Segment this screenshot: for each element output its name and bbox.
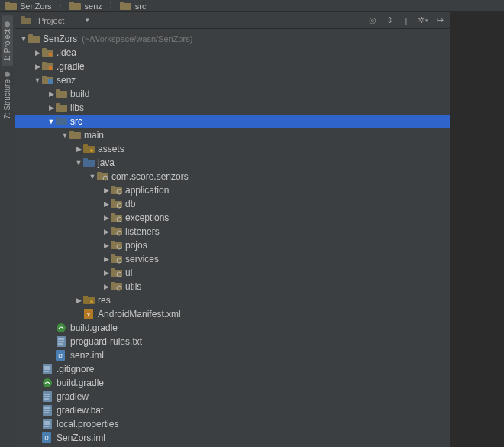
- breadcrumb-item[interactable]: src: [118, 0, 151, 11]
- expand-arrow-right-icon[interactable]: ▶: [75, 142, 82, 156]
- svg-rect-23: [56, 118, 67, 125]
- tree-row[interactable]: build.gradle: [15, 321, 450, 335]
- project-tree[interactable]: ▼SenZors(~/Workspace/wasn/SenZors)▶.idea…: [15, 29, 450, 447]
- expand-arrow-down-icon[interactable]: ▼: [75, 156, 82, 170]
- tree-row[interactable]: xAndroidManifest.xml: [15, 307, 450, 321]
- tree-row[interactable]: ▶libs: [15, 101, 450, 115]
- expand-arrow-right-icon[interactable]: ▶: [102, 197, 110, 211]
- scroll-from-source-icon[interactable]: ◎: [367, 15, 378, 26]
- svg-text:x: x: [87, 311, 90, 318]
- tree-row[interactable]: ▼SenZors(~/Workspace/wasn/SenZors): [15, 32, 450, 46]
- breadcrumb-label: src: [135, 2, 147, 11]
- expand-arrow-right-icon[interactable]: ▶: [102, 252, 110, 266]
- svg-rect-6: [21, 18, 31, 24]
- text-icon: [41, 364, 53, 374]
- svg-rect-28: [83, 144, 88, 147]
- folder-icon: [27, 34, 40, 44]
- tree-row[interactable]: ▶pojos: [15, 238, 450, 252]
- svg-text:IJ: IJ: [44, 436, 48, 441]
- text-icon: [41, 391, 53, 402]
- tree-row[interactable]: ▶.gradle: [15, 60, 450, 73]
- expand-arrow-right-icon[interactable]: ▶: [102, 225, 110, 238]
- package-icon: [110, 281, 122, 292]
- tree-row[interactable]: local.properties: [15, 417, 450, 431]
- tree-row[interactable]: ▼java: [15, 156, 450, 170]
- svg-point-64: [57, 323, 66, 332]
- side-tab[interactable]: 1: Project: [2, 15, 13, 66]
- tree-row[interactable]: ▼com.score.senzors: [15, 170, 450, 183]
- tree-row[interactable]: ▶services: [15, 252, 450, 266]
- expand-arrow-down-icon[interactable]: ▼: [34, 73, 41, 87]
- expand-arrow-right-icon[interactable]: ▶: [102, 183, 110, 197]
- expand-arrow-right-icon[interactable]: ▶: [47, 101, 55, 115]
- tree-row[interactable]: ▶listeners: [15, 225, 450, 238]
- svg-rect-59: [83, 297, 95, 304]
- tree-row[interactable]: proguard-rules.txt: [15, 335, 450, 348]
- folder-res-icon: [82, 295, 95, 306]
- expand-arrow-right-icon[interactable]: ▶: [75, 293, 82, 307]
- tree-row[interactable]: ▼senz: [15, 73, 450, 87]
- tree-label: application: [125, 183, 169, 197]
- side-tab-strip: 1: Project7: Structure: [0, 12, 15, 447]
- breadcrumb-item[interactable]: senz: [68, 0, 107, 11]
- tree-row[interactable]: .gitignore: [15, 362, 450, 376]
- tree-row[interactable]: build.gradle: [15, 376, 450, 390]
- tree-row[interactable]: ▶.idea: [15, 46, 450, 60]
- breadcrumb-item[interactable]: SenZors: [3, 0, 57, 11]
- tree-row[interactable]: ▶utils: [15, 280, 450, 293]
- dropdown-arrow-icon[interactable]: ▼: [84, 17, 90, 24]
- tree-row[interactable]: ▼src: [15, 115, 450, 128]
- panel-title[interactable]: Project: [38, 16, 64, 25]
- expand-arrow-right-icon[interactable]: ▶: [102, 211, 110, 225]
- tree-row[interactable]: ▶build: [15, 87, 450, 101]
- svg-rect-24: [56, 117, 60, 119]
- tree-row[interactable]: ▶exceptions: [15, 211, 450, 225]
- panel-toolbar: ◎ ⇕ | ✲▾ ↦: [367, 15, 445, 26]
- tree-row[interactable]: IJsenz.iml: [15, 348, 450, 362]
- svg-rect-41: [111, 215, 122, 222]
- folder-icon: [5, 1, 17, 11]
- side-tab-marker: [5, 21, 10, 27]
- tree-label: senz.iml: [70, 348, 104, 362]
- svg-rect-47: [111, 242, 122, 249]
- collapse-all-icon[interactable]: ⇕: [384, 15, 395, 26]
- gear-icon[interactable]: ✲▾: [418, 15, 428, 26]
- svg-rect-1: [5, 2, 10, 4]
- expand-arrow-down-icon[interactable]: ▼: [20, 32, 27, 46]
- expand-arrow-right-icon[interactable]: ▶: [102, 266, 110, 280]
- expand-arrow-right-icon[interactable]: ▶: [34, 60, 41, 73]
- svg-rect-25: [69, 132, 81, 139]
- expand-arrow-right-icon[interactable]: ▶: [102, 280, 110, 293]
- side-tab[interactable]: 7: Structure: [2, 66, 13, 124]
- expand-arrow-down-icon[interactable]: ▼: [61, 128, 69, 142]
- svg-rect-26: [69, 131, 74, 133]
- folder-res-icon: [82, 144, 95, 154]
- expand-arrow-down-icon[interactable]: ▼: [47, 115, 55, 128]
- tree-row[interactable]: ▶ui: [15, 266, 450, 280]
- package-icon: [110, 212, 122, 223]
- tree-label: SenZors: [43, 32, 77, 46]
- svg-point-15: [48, 66, 52, 70]
- expand-arrow-right-icon[interactable]: ▶: [47, 87, 55, 101]
- tree-row[interactable]: ▶assets: [15, 142, 450, 156]
- tree-row[interactable]: gradlew: [15, 390, 450, 403]
- tree-row[interactable]: gradlew.bat: [15, 403, 450, 417]
- folder-src-icon: [82, 157, 95, 168]
- tree-row[interactable]: ▶application: [15, 183, 450, 197]
- split-icon[interactable]: |: [401, 15, 412, 26]
- gradle-icon: [55, 322, 67, 333]
- tree-row[interactable]: ▶res: [15, 293, 450, 307]
- expand-arrow-right-icon[interactable]: ▶: [102, 238, 110, 252]
- breadcrumb-label: senz: [85, 2, 102, 11]
- expand-arrow-right-icon[interactable]: ▶: [34, 46, 41, 60]
- svg-rect-7: [21, 16, 25, 18]
- side-tab-label: 1: Project: [3, 29, 11, 61]
- svg-rect-22: [56, 103, 60, 105]
- tree-row[interactable]: ▼main: [15, 128, 450, 142]
- tree-row[interactable]: IJSenZors.iml: [15, 431, 450, 445]
- svg-rect-2: [69, 3, 81, 10]
- tree-row[interactable]: ▶db: [15, 197, 450, 211]
- svg-rect-50: [111, 256, 122, 263]
- expand-arrow-down-icon[interactable]: ▼: [89, 170, 96, 183]
- hide-icon[interactable]: ↦: [435, 15, 445, 26]
